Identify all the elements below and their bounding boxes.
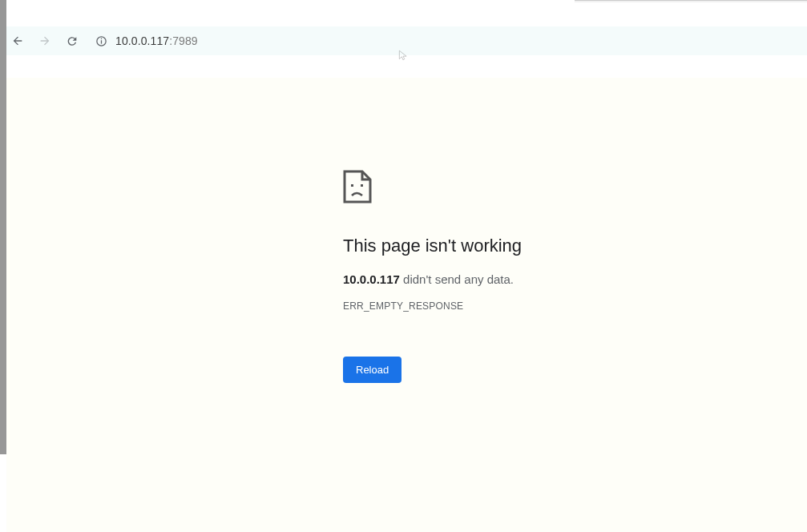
forward-button[interactable] <box>38 34 51 47</box>
reload-nav-button[interactable] <box>66 34 79 47</box>
url-text: 10.0.0.117:7989 <box>115 34 198 47</box>
site-info-button[interactable] <box>95 34 107 47</box>
error-code: ERR_EMPTY_RESPONSE <box>343 300 680 312</box>
svg-rect-1 <box>100 40 101 43</box>
reload-icon <box>66 34 79 48</box>
error-title: This page isn't working <box>343 236 680 256</box>
svg-rect-3 <box>351 184 353 187</box>
address-bar[interactable]: 10.0.0.117:7989 <box>95 34 198 47</box>
error-message-text: didn't send any data. <box>400 272 514 286</box>
window-top-stub <box>575 0 807 2</box>
arrow-left-icon <box>11 34 24 47</box>
page-content: This page isn't working 10.0.0.117 didn'… <box>6 78 807 532</box>
svg-rect-2 <box>100 38 101 38</box>
browser-toolbar: 10.0.0.117:7989 <box>0 26 807 55</box>
window-top-edge <box>0 0 807 2</box>
arrow-right-icon <box>38 34 51 47</box>
info-icon <box>95 35 107 47</box>
error-host: 10.0.0.117 <box>343 272 400 286</box>
left-edge-shadow <box>0 0 6 454</box>
error-container: This page isn't working 10.0.0.117 didn'… <box>343 170 680 383</box>
reload-button[interactable]: Reload <box>343 357 401 383</box>
url-port: :7989 <box>169 34 198 47</box>
error-message: 10.0.0.117 didn't send any data. <box>343 272 680 286</box>
nav-buttons <box>11 34 79 47</box>
url-host: 10.0.0.117 <box>115 34 169 47</box>
back-button[interactable] <box>11 34 24 47</box>
sad-document-icon <box>343 170 372 204</box>
svg-rect-4 <box>361 184 363 187</box>
